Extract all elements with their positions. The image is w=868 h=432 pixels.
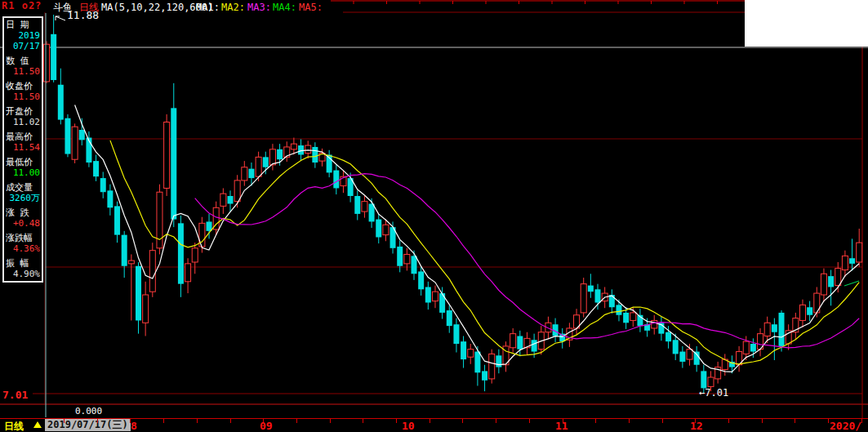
- candle[interactable]: [397, 247, 403, 266]
- period-selector[interactable]: 日线: [4, 420, 24, 432]
- candle[interactable]: [482, 371, 487, 380]
- candle[interactable]: [100, 178, 106, 192]
- candle[interactable]: [630, 313, 636, 321]
- candle[interactable]: [291, 144, 296, 149]
- candle[interactable]: [298, 145, 304, 154]
- candle[interactable]: [687, 350, 692, 359]
- period-indicator[interactable]: 日线: [79, 2, 99, 13]
- candle[interactable]: [623, 313, 629, 323]
- candle[interactable]: [679, 352, 685, 362]
- candle[interactable]: [171, 108, 176, 219]
- candle[interactable]: [362, 202, 367, 212]
- candle[interactable]: [842, 256, 848, 269]
- candle[interactable]: [835, 269, 841, 286]
- candle[interactable]: [750, 344, 756, 352]
- candle[interactable]: [772, 324, 777, 332]
- candle[interactable]: [269, 149, 275, 165]
- candle[interactable]: [652, 320, 657, 328]
- candle[interactable]: [72, 127, 78, 159]
- y-axis-min-label: 7.01: [2, 389, 28, 401]
- candle[interactable]: [256, 157, 261, 176]
- candle[interactable]: [263, 157, 269, 167]
- info-row-value: 11.02: [6, 117, 40, 127]
- candle[interactable]: [149, 251, 155, 292]
- candle[interactable]: [581, 284, 586, 313]
- candle[interactable]: [242, 167, 247, 180]
- app-icon[interactable]: R1 o2?: [2, 0, 42, 11]
- candle[interactable]: [474, 352, 480, 373]
- candle[interactable]: [107, 190, 113, 207]
- indicator-value: 0.000: [75, 406, 102, 416]
- candle[interactable]: [532, 340, 537, 351]
- candle[interactable]: [234, 180, 240, 202]
- candle[interactable]: [248, 169, 254, 178]
- candle[interactable]: [609, 295, 615, 307]
- candle[interactable]: [743, 341, 749, 354]
- candle[interactable]: [468, 350, 474, 358]
- candle[interactable]: [44, 44, 50, 82]
- candle[interactable]: [828, 276, 834, 287]
- candle[interactable]: [65, 118, 70, 154]
- candle[interactable]: [447, 310, 452, 326]
- candle[interactable]: [595, 289, 601, 302]
- candle[interactable]: [517, 336, 523, 349]
- candle[interactable]: [58, 85, 64, 120]
- candle[interactable]: [708, 377, 714, 386]
- candle[interactable]: [432, 292, 438, 301]
- candle[interactable]: [412, 256, 417, 274]
- candle[interactable]: [588, 286, 594, 292]
- candle[interactable]: [143, 295, 149, 323]
- candle[interactable]: [425, 287, 431, 302]
- candle[interactable]: [461, 341, 466, 359]
- candle[interactable]: [277, 149, 283, 159]
- candle[interactable]: [354, 196, 360, 214]
- x-axis-month-label: 12: [690, 420, 703, 432]
- candle[interactable]: [305, 145, 311, 154]
- candle[interactable]: [192, 248, 198, 262]
- candle[interactable]: [453, 324, 459, 344]
- candle[interactable]: [701, 371, 706, 388]
- candle[interactable]: [849, 258, 855, 264]
- x-axis-month-label: 09: [260, 420, 273, 432]
- candle[interactable]: [418, 271, 424, 289]
- candle[interactable]: [228, 196, 234, 204]
- candle[interactable]: [51, 34, 56, 80]
- candle[interactable]: [616, 305, 621, 314]
- info-row-label: 涨跌幅: [6, 233, 40, 243]
- candle[interactable]: [799, 305, 805, 320]
- candle[interactable]: [496, 355, 501, 367]
- candle[interactable]: [489, 354, 495, 378]
- info-row-value: 11.50: [6, 66, 40, 77]
- candle[interactable]: [114, 206, 120, 234]
- candle[interactable]: [510, 334, 516, 348]
- candle[interactable]: [79, 130, 85, 140]
- candle[interactable]: [779, 313, 785, 346]
- candle[interactable]: [122, 235, 127, 266]
- candle[interactable]: [333, 171, 339, 189]
- candle[interactable]: [383, 225, 389, 234]
- candle[interactable]: [665, 332, 671, 341]
- x-axis-tick: [64, 419, 65, 423]
- symbol-name[interactable]: 斗鱼: [53, 2, 73, 13]
- candle[interactable]: [807, 307, 812, 315]
- candle[interactable]: [128, 261, 134, 264]
- candle[interactable]: [404, 254, 410, 263]
- x-axis-tick: [430, 419, 430, 423]
- info-row-value: 07/17: [6, 41, 40, 51]
- candle[interactable]: [136, 266, 141, 321]
- candle[interactable]: [369, 204, 375, 222]
- period-dropdown-icon[interactable]: [33, 421, 42, 428]
- candle[interactable]: [376, 220, 381, 238]
- x-axis-tick: [97, 419, 98, 423]
- candle[interactable]: [764, 323, 770, 336]
- candle[interactable]: [220, 194, 226, 206]
- candle[interactable]: [673, 340, 679, 354]
- candle[interactable]: [857, 243, 862, 262]
- candle[interactable]: [185, 264, 191, 282]
- candle[interactable]: [178, 223, 184, 283]
- candle[interactable]: [312, 147, 318, 163]
- candle[interactable]: [164, 122, 170, 188]
- candle[interactable]: [207, 221, 212, 230]
- candle[interactable]: [821, 274, 826, 295]
- candle[interactable]: [93, 161, 99, 176]
